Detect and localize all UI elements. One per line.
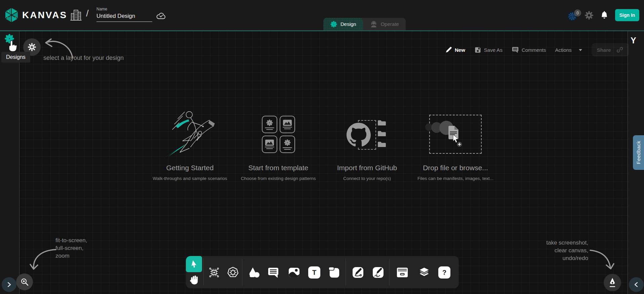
- new-label: New: [455, 47, 465, 53]
- design-name-label: Name: [96, 7, 152, 11]
- rocket-doodle-illustration: [139, 109, 240, 159]
- expand-left-panel-button[interactable]: [2, 277, 16, 292]
- card-start-from-template[interactable]: Start from template Choose from existing…: [228, 109, 329, 181]
- comments-button[interactable]: Comments: [512, 46, 546, 53]
- image-icon: [288, 266, 300, 279]
- canvas-actions-bar: New Save As Comments Actions Sh: [445, 43, 629, 57]
- save-floppy-icon: [474, 46, 481, 53]
- zoom-hints-text: fit-to-screen, full-screen, zoom: [55, 236, 87, 260]
- cloud-saved-icon: [156, 11, 167, 20]
- card-title: Import from GitHub: [317, 164, 417, 172]
- sketch-tool[interactable]: [372, 266, 384, 279]
- hand-pan-icon: [190, 275, 199, 285]
- template-grid-illustration: [228, 109, 329, 159]
- actions-dropdown[interactable]: Actions: [555, 47, 582, 53]
- zoom-hint-arrow: [29, 245, 60, 274]
- settings-gear-icon[interactable]: [585, 11, 594, 20]
- image-tool[interactable]: [288, 266, 300, 279]
- notification-count-badge: 0: [574, 9, 581, 16]
- card-title: Getting Started: [139, 164, 240, 172]
- shapes-icon: [248, 266, 260, 279]
- card-getting-started[interactable]: Getting Started Walk-throughs and sample…: [139, 109, 240, 181]
- new-button[interactable]: New: [445, 46, 465, 53]
- drop-file-illustration: [405, 109, 506, 159]
- card-title: Drop file or browse...: [405, 164, 506, 172]
- repo-folder-icon: [377, 141, 386, 147]
- pan-tool[interactable]: [188, 273, 200, 286]
- pen-path-icon: [352, 266, 364, 279]
- tab-design[interactable]: Design: [323, 18, 363, 30]
- kanvas-logo-icon[interactable]: [5, 7, 19, 23]
- design-tab-icon: [330, 21, 337, 28]
- save-as-button[interactable]: Save As: [474, 46, 502, 53]
- breadcrumb-separator: /: [86, 8, 89, 19]
- card-import-from-github[interactable]: Import from GitHub Connect to your repo(…: [317, 109, 417, 181]
- tab-design-label: Design: [340, 21, 356, 27]
- add-file-plus-icon: [457, 142, 462, 147]
- share-link-icon: [616, 46, 623, 53]
- layers-tool[interactable]: [418, 266, 430, 279]
- operate-tab-icon: [370, 20, 378, 28]
- sign-in-button[interactable]: Sign In: [615, 9, 639, 21]
- pointing-hand-cursor-icon: [6, 40, 17, 52]
- screenshot-tools-button[interactable]: [604, 274, 621, 291]
- design-name-input[interactable]: [96, 11, 152, 22]
- freehand-pencil-icon: [372, 266, 384, 279]
- kubernetes-icon: [227, 266, 239, 279]
- kanvas-app: KANVAS / Name: [0, 0, 644, 294]
- card-title: Start from template: [228, 164, 329, 172]
- layout-asterisk-icon: [28, 43, 36, 51]
- help-tool[interactable]: ?: [438, 266, 450, 279]
- card-drop-file[interactable]: Drop file or browse... Files can be mani…: [405, 109, 506, 181]
- share-button[interactable]: Share: [592, 43, 629, 57]
- actions-label: Actions: [555, 47, 571, 53]
- feedback-tab[interactable]: Feedback: [633, 135, 644, 170]
- tab-operate-label: Operate: [381, 21, 399, 27]
- pen-tool[interactable]: [352, 266, 364, 279]
- designs-tooltip: Designs: [1, 52, 30, 63]
- collaboration-presence-icon[interactable]: Y: [631, 36, 636, 45]
- help-tool-glyph: ?: [442, 269, 446, 277]
- drawer-tool[interactable]: [396, 266, 408, 279]
- component-tool[interactable]: [208, 266, 220, 279]
- repo-folder-icon: [377, 119, 386, 125]
- card-subtitle: Walk-throughs and sample scenarios: [139, 176, 240, 181]
- github-import-illustration: [317, 109, 417, 159]
- zoom-controls-button[interactable]: [16, 273, 33, 290]
- pen-nib-icon: [608, 278, 617, 288]
- component-circuit-icon: [208, 267, 220, 278]
- shapes-tool[interactable]: [248, 266, 260, 279]
- left-rail: [0, 31, 19, 294]
- comments-icon: [512, 46, 519, 53]
- text-tool-glyph: T: [312, 269, 316, 277]
- kubernetes-tool[interactable]: [227, 266, 239, 279]
- chevron-right-icon: [7, 282, 11, 287]
- chevron-down-icon: [578, 48, 582, 51]
- notifications-bell-icon[interactable]: [600, 11, 608, 20]
- expand-right-panel-button[interactable]: [629, 277, 644, 292]
- node-shape-icon: [328, 266, 340, 279]
- share-label: Share: [597, 47, 611, 53]
- design-name-field: Name: [96, 7, 152, 22]
- text-tool[interactable]: T: [308, 266, 320, 279]
- pointer-tool[interactable]: [186, 256, 202, 272]
- drawer-archive-icon: [396, 267, 408, 278]
- tab-operate[interactable]: Operate: [363, 18, 406, 30]
- layers-icon: [418, 266, 430, 279]
- zoom-in-magnifier-icon: [20, 277, 29, 287]
- card-subtitle: Files can be manifests, images, text...: [405, 176, 506, 181]
- chevron-left-icon: [634, 282, 638, 287]
- comments-label: Comments: [522, 47, 546, 53]
- comment-bubble-icon: [267, 266, 279, 279]
- layout-hint-text: select a layout for your design: [43, 54, 124, 62]
- user-avatar[interactable]: 0: [568, 10, 578, 20]
- pointer-arrow-icon: [190, 260, 198, 268]
- screenshot-hint-arrow: [588, 246, 616, 273]
- brand-wordmark: KANVAS: [22, 10, 67, 21]
- organization-icon[interactable]: [70, 9, 82, 22]
- comment-tool[interactable]: [267, 266, 279, 279]
- new-pencil-icon: [445, 46, 452, 53]
- repo-folder-icon: [377, 130, 386, 136]
- canvas-top-accent-line: [0, 30, 644, 31]
- node-shape-tool[interactable]: [328, 266, 340, 279]
